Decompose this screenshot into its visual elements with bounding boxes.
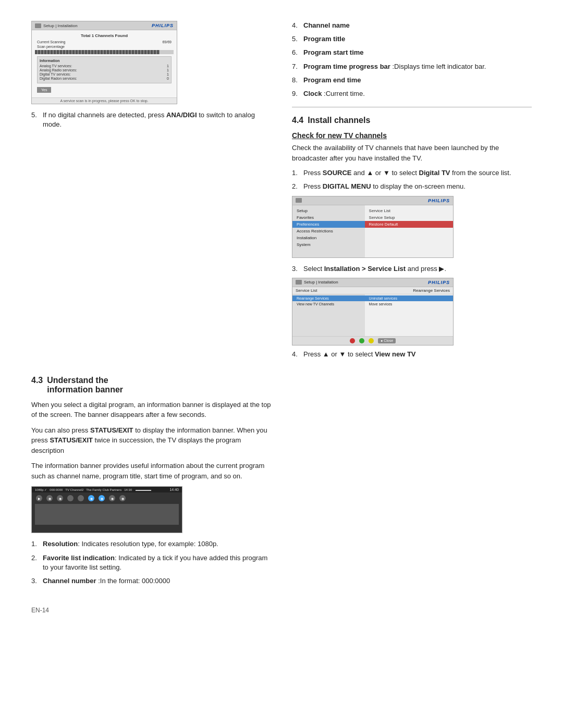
sl-footer: ● Close — [292, 336, 453, 345]
menu-item-access: Access Restrictions — [292, 228, 365, 235]
philips-logo: PHILIPS — [152, 23, 174, 28]
item-6-bold: Program start time — [303, 48, 364, 56]
scan-progress-fill — [35, 50, 160, 54]
section-43-para1: When you select a digital program, an in… — [31, 400, 271, 420]
step-5-item: 5. If no digital channels are detected, … — [31, 110, 271, 129]
item-5: 5. Program title — [292, 34, 532, 44]
menu-item-setup: Setup — [292, 207, 365, 214]
yes-button[interactable]: Yes — [37, 87, 51, 93]
info-value-0: 1 — [167, 64, 169, 68]
sl-subheader-right: Rearrange Services — [413, 288, 450, 293]
banner-icon-8: ◉ — [109, 495, 115, 501]
folder-icon — [35, 23, 41, 28]
menu-item-favorites: Favorites — [292, 214, 365, 221]
sl-btn-green — [359, 338, 364, 343]
info-row-0: Analog TV services: 1 — [40, 64, 169, 68]
banner-icon-2: ◉ — [46, 495, 53, 501]
sl-uninstall: Uninstall services — [365, 295, 453, 301]
info-value-2: 1 — [167, 72, 169, 76]
info-label-1: Analog Radio services: — [40, 68, 77, 72]
menu-item-installation: Installation — [292, 235, 365, 241]
menu-item-system: System — [292, 241, 365, 248]
section-44-heading: 4.4 Install channels — [292, 116, 532, 125]
section-43-heading: 4.3 Understand theinformation banner — [31, 376, 271, 394]
sl-btn-yellow — [369, 338, 374, 343]
status-exit-bold1: STATUS/EXIT — [90, 426, 133, 434]
banner-top-bar: 1080p ✓ 000:0000 TV Channel2 The Family … — [32, 487, 182, 492]
digital-menu-screen: PHILIPS Setup Favorites Preferences Acce… — [292, 196, 454, 258]
scanning-value: 69/69 — [162, 40, 172, 44]
step-5-text: If no digital channels are detected, pre… — [43, 110, 271, 129]
page-number: EN-14 — [31, 607, 532, 614]
source-bold: SOURCE — [323, 169, 352, 177]
sl-btn-red — [350, 338, 355, 343]
scanning-label: Current Scanning — [37, 40, 65, 44]
scan-footer-note: A service scan is in progress, please pr… — [32, 97, 177, 104]
service-list-screen: Setup | Installation PHILIPS Service Lis… — [292, 278, 454, 346]
section-43-item-1: 1. Resolution: Indicates resolution type… — [31, 539, 271, 549]
section-43-items: 1. Resolution: Indicates resolution type… — [31, 539, 271, 586]
menu-folder-icon — [296, 198, 302, 203]
sl-philips-logo: PHILIPS — [428, 280, 450, 285]
scan-pct-label: Scan percentage — [37, 45, 65, 48]
info-row-3: Digital Radon services: 0 — [40, 77, 169, 80]
view-new-tv-bold: View new TV — [375, 350, 416, 358]
sl-view-new: View new TV Channels — [292, 301, 365, 307]
info-value-1: 1 — [167, 68, 169, 72]
banner-icon-5 — [78, 495, 84, 501]
scan-info-box: Information Analog TV services: 1 Analog… — [37, 56, 172, 83]
scan-progress-bar — [35, 50, 174, 54]
info-label-2: Digital TV services: — [40, 72, 71, 76]
sl-subheader-left: Service List — [296, 288, 317, 293]
item-7: 7. Program time progress bar :Displays t… — [292, 62, 532, 71]
section-44-step1: 1. Press SOURCE and ▲ or ▼ to select Dig… — [292, 168, 532, 178]
scan-title: Total 1 Channels Found — [35, 33, 174, 38]
right-top-numbered-list: 4. Channel name 5. Program title 6. Prog… — [292, 21, 532, 98]
favorite-list-bold: Favorite list indication — [43, 554, 115, 562]
item-7-bold: Program time progress bar — [303, 63, 390, 70]
banner-tv-screen: 1080p ✓ 000:0000 TV Channel2 The Family … — [31, 486, 182, 533]
scan-tv-screen: Setup | Installation PHILIPS Total 1 Cha… — [31, 21, 177, 104]
section-43-para3: The information banner provides useful i… — [31, 461, 271, 481]
section-44-step2: 2. Press DIGITAL MENU to display the on-… — [292, 182, 532, 191]
channel-number-bold: Channel number — [43, 577, 96, 585]
info-label-3: Digital Radon services: — [40, 77, 77, 80]
status-exit-bold2: STATUS/EXIT — [50, 436, 93, 444]
section-44-title: Install channels — [308, 116, 370, 125]
item-9-bold: Clock — [303, 90, 322, 97]
sl-folder-icon — [296, 280, 302, 285]
menu-right-service-setup: Service Setup — [365, 214, 453, 221]
info-value-3: 0 — [167, 77, 169, 80]
scan-header-path: Setup | Installation — [43, 23, 78, 28]
section-44-step4: 4. Press ▲ or ▼ to select View new TV — [292, 350, 532, 359]
sl-header-path: Setup | Installation — [304, 280, 338, 285]
digital-menu-bold: DIGITAL MENU — [323, 182, 371, 190]
banner-content-area — [35, 504, 179, 525]
menu-philips-logo: PHILIPS — [428, 198, 450, 203]
check-tv-channels-heading: Check for new TV channels — [292, 131, 532, 140]
banner-icon-9: ◉ — [119, 495, 126, 501]
menu-left-panel: Setup Favorites Preferences Access Restr… — [292, 205, 365, 257]
section-43-title: Understand theinformation banner — [47, 376, 123, 394]
banner-info-left: 1080p ✓ 000:0000 TV Channel2 The Family … — [35, 488, 151, 491]
menu-right-restore-default: Restore Default — [365, 221, 453, 228]
banner-icon-3: ◉ — [57, 495, 63, 501]
info-label-0: Analog TV services: — [40, 64, 72, 68]
item-6: 6. Program start time — [292, 48, 532, 57]
step-5-num: 5. — [31, 110, 40, 129]
banner-icon-7: ◉ — [99, 495, 105, 501]
menu-item-preferences: Preferences — [292, 221, 365, 228]
section-43-para2: You can also press STATUS/EXIT to displa… — [31, 425, 271, 456]
section-43-item-2: 2. Favorite list indication: Indicated b… — [31, 553, 271, 572]
item-5-bold: Program title — [303, 35, 345, 43]
item-4: 4. Channel name — [292, 21, 532, 30]
section-divider — [292, 107, 532, 107]
section-43-col: 4.3 Understand theinformation banner Whe… — [31, 376, 271, 591]
installation-service-list-bold: Installation > Service List — [324, 265, 406, 273]
banner-icon-4 — [67, 495, 74, 501]
banner-icon-row: ▶ ◉ ◉ ◉ ◉ ◉ ◉ — [32, 492, 182, 504]
info-row-1: Analog Radio services: 1 — [40, 68, 169, 72]
info-box-title: Information — [40, 59, 169, 63]
banner-icon-1: ▶ — [36, 495, 42, 501]
sl-close-button[interactable]: ● Close — [378, 338, 396, 343]
